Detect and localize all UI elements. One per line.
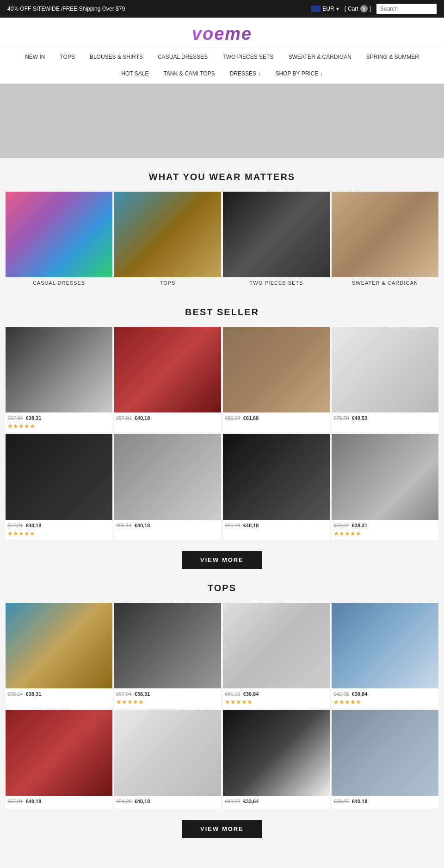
nav-casual-dresses[interactable]: CASUAL DRESSES <box>150 51 215 63</box>
product-image <box>223 434 330 520</box>
tops-section-title: TOPS <box>0 583 444 593</box>
old-price: €42,05 <box>333 691 349 697</box>
search-input[interactable] <box>376 4 437 14</box>
product-prices: €57,01 €40,18 <box>6 796 112 805</box>
product-prices: €57,01 €40,18 <box>114 412 221 422</box>
view-more-wrap: VIEW MORE <box>0 551 444 569</box>
product-image <box>6 434 112 520</box>
table-row[interactable]: €55,14 €40,18 <box>114 434 221 540</box>
tops-view-more-button[interactable]: VIEW MORE <box>182 820 262 838</box>
table-row[interactable]: €75,70 €49,53 <box>332 327 438 432</box>
table-row[interactable]: €57,01 €40,18 <box>114 327 221 432</box>
table-row[interactable]: €85,98 €61,68 <box>223 327 330 432</box>
new-price: €38,31 <box>352 523 368 528</box>
new-price: €49,53 <box>352 415 368 421</box>
currency-selector[interactable]: EUR ▾ <box>311 6 339 12</box>
category-two-pieces[interactable]: TWO PIECES SETS <box>223 192 330 288</box>
product-prices: €85,98 €61,68 <box>223 412 330 422</box>
nav-row-1: NEW IN TOPS BLOUSES & SHIRTS CASUAL DRES… <box>0 48 444 66</box>
nav-new-in[interactable]: NEW IN <box>18 51 52 63</box>
new-price: €40,18 <box>243 523 259 528</box>
table-row[interactable]: €41,12 €30,84 ★★★★★ <box>223 603 330 708</box>
top-bar-right: EUR ▾ [ Cart 5 ] <box>311 4 437 14</box>
new-price: €38,31 <box>26 415 42 421</box>
nav-two-pieces[interactable]: TWO PIECES SETS <box>215 51 281 63</box>
cart-link[interactable]: [ Cart 5 ] <box>345 5 371 12</box>
new-price: €40,18 <box>26 523 42 528</box>
nav-tops[interactable]: TOPS <box>52 51 82 63</box>
flag-icon <box>311 6 321 12</box>
new-price: €40,18 <box>135 799 150 804</box>
nav-blouses[interactable]: BLOUSES & SHIRTS <box>82 51 150 63</box>
category-tops[interactable]: TOPS <box>114 192 221 288</box>
table-row[interactable]: €55,14 €40,18 <box>223 434 330 540</box>
category-two-pieces-img <box>223 192 330 277</box>
nav-tank[interactable]: TANK & CAMI TOPS <box>156 68 222 80</box>
new-price: €38,31 <box>26 691 42 697</box>
star-rating <box>223 529 330 533</box>
star-rating <box>332 422 438 425</box>
product-prices: €57,94 €38,31 <box>114 688 221 698</box>
category-grid: CASUAL DRESSES TOPS TWO PIECES SETS SWEA… <box>0 192 444 293</box>
nav-spring[interactable]: SPRING & SUMMER <box>359 51 426 63</box>
product-prices: €55,14 €38,31 <box>6 688 112 698</box>
best-seller-grid: €57,94 €38,31 ★★★★★ €57,01 €40,18 €85,98… <box>0 327 444 540</box>
product-image <box>6 327 112 412</box>
new-price: €30,84 <box>243 691 259 697</box>
currency-chevron: ▾ <box>336 6 339 12</box>
table-row[interactable]: €42,05 €30,84 ★★★★★ <box>332 603 438 708</box>
cart-bracket-close: ] <box>370 6 371 12</box>
product-prices: €57,01 €40,18 <box>6 520 112 529</box>
product-image <box>223 603 330 688</box>
old-price: €57,01 <box>7 799 23 804</box>
table-row[interactable]: €56,07 €38,31 ★★★★★ <box>332 434 438 540</box>
old-price: €57,94 <box>7 415 23 421</box>
product-image <box>332 327 438 412</box>
old-price: €41,12 <box>225 691 240 697</box>
nav-dresses[interactable]: DRESSES ↓ <box>222 68 268 80</box>
old-price: €49,53 <box>225 799 240 804</box>
table-row[interactable]: €57,94 €38,31 ★★★★★ <box>6 327 112 432</box>
old-price: €57,94 <box>116 691 132 697</box>
nav-hot-sale[interactable]: HOT SALE <box>114 68 156 80</box>
top-bar: 40% OFF SITEWIDE /FREE Shipping Over $79… <box>0 0 444 18</box>
star-rating <box>114 805 221 809</box>
product-image <box>332 434 438 520</box>
old-price: €85,98 <box>225 415 240 421</box>
nav-sweater[interactable]: SWEATER & CARDIGAN <box>281 51 358 63</box>
table-row[interactable]: €54,20 €40,18 <box>114 710 221 809</box>
tops-grid: €55,14 €38,31 €57,94 €38,31 ★★★★★ €41,12… <box>0 603 444 809</box>
new-price: €40,18 <box>26 799 42 804</box>
product-prices: €57,94 €38,31 <box>6 412 112 422</box>
product-image <box>223 327 330 412</box>
logo[interactable]: voeme <box>192 24 252 44</box>
table-row[interactable]: €55,14 €38,31 <box>6 603 112 708</box>
table-row[interactable]: €57,94 €38,31 ★★★★★ <box>114 603 221 708</box>
old-price: €56,07 <box>333 799 349 804</box>
product-prices: €56,07 €38,31 <box>332 520 438 529</box>
currency-label: EUR <box>322 6 334 12</box>
table-row[interactable]: €49,53 €33,64 <box>223 710 330 809</box>
star-rating: ★★★★★ <box>6 529 112 540</box>
category-casual-dresses[interactable]: CASUAL DRESSES <box>6 192 112 288</box>
tops-view-more-wrap: VIEW MORE <box>0 820 444 838</box>
product-image <box>6 603 112 688</box>
product-image <box>114 710 221 796</box>
new-price: €40,18 <box>135 415 150 421</box>
new-price: €40,18 <box>135 523 150 528</box>
view-more-button[interactable]: VIEW MORE <box>182 551 262 569</box>
nav-shop-by-price[interactable]: SHOP BY PRICE ↓ <box>268 68 330 80</box>
old-price: €57,01 <box>7 523 23 528</box>
new-price: €33,64 <box>243 799 259 804</box>
logo-area: voeme <box>0 18 444 48</box>
table-row[interactable]: €56,07 €40,18 <box>332 710 438 809</box>
category-sweater[interactable]: SWEATER & CARDIGAN <box>332 192 438 288</box>
table-row[interactable]: €57,01 €40,18 ★★★★★ <box>6 434 112 540</box>
product-prices: €75,70 €49,53 <box>332 412 438 422</box>
table-row[interactable]: €57,01 €40,18 <box>6 710 112 809</box>
what-you-wear-title: WHAT YOU WEAR MATTERS <box>0 172 444 182</box>
product-image <box>6 710 112 796</box>
category-tops-label: TOPS <box>114 277 221 288</box>
cart-label: Cart <box>348 6 358 12</box>
product-prices: €56,07 €40,18 <box>332 796 438 805</box>
